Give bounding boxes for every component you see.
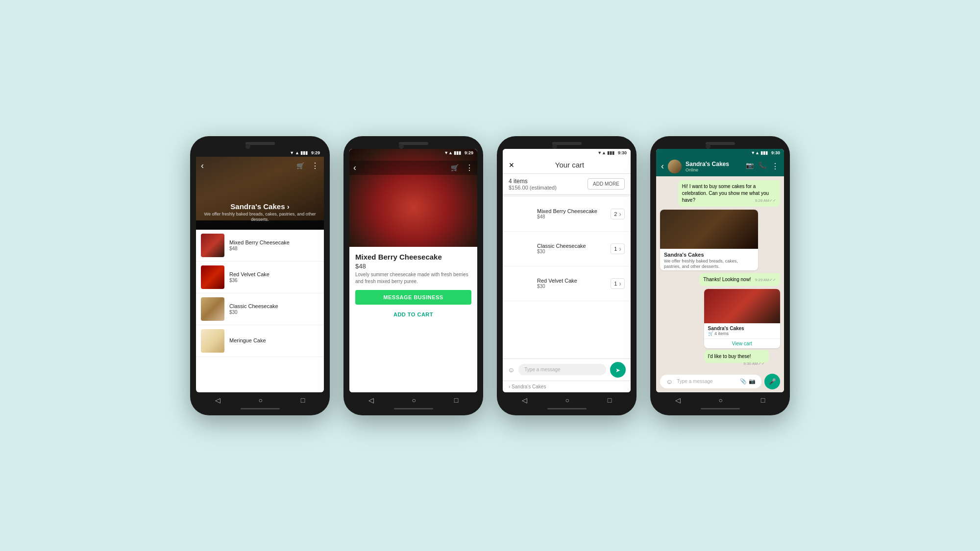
battery-icon-1: ▮▮▮ bbox=[300, 150, 308, 155]
cart-items-count: 4 items bbox=[509, 178, 557, 185]
attach-icon[interactable]: 📎 bbox=[740, 378, 747, 384]
nav-recent-4[interactable]: □ bbox=[761, 396, 765, 404]
phone-4-screen: ▼▲ ▮▮▮ 9:30 Sandra's Cakes Online bbox=[656, 149, 784, 392]
status-bar-2: ▼▲ ▮▮▮ 9:29 bbox=[349, 149, 477, 157]
emoji-icon-3[interactable] bbox=[508, 365, 514, 374]
more-icon-4[interactable] bbox=[771, 162, 779, 171]
cart-card-img bbox=[704, 289, 780, 323]
bottom-bar-3 bbox=[547, 408, 587, 409]
product-price-2: $48 bbox=[355, 263, 471, 270]
cart-item-qty-3[interactable]: 1 bbox=[611, 278, 625, 289]
add-to-cart-btn[interactable]: ADD TO CART bbox=[355, 309, 471, 320]
more-icon-2[interactable] bbox=[466, 163, 473, 172]
item-thumb-berry bbox=[201, 234, 224, 257]
cart-thumb-velvet bbox=[509, 271, 533, 296]
camera-icon[interactable]: 📷 bbox=[749, 378, 756, 384]
nav-home-1[interactable]: ○ bbox=[259, 396, 263, 404]
chat-input-bar: Type a message 📎 📷 🎤 bbox=[656, 371, 784, 392]
catalog-item-2[interactable]: Red Velvet Cake $36 bbox=[196, 262, 324, 293]
qty-chevron-2[interactable] bbox=[619, 245, 621, 253]
product-name-2: Mixed Berry Cheesecake bbox=[355, 253, 471, 261]
cart-item-qty-1[interactable]: 2 bbox=[611, 209, 625, 219]
video-call-icon[interactable]: 📷 bbox=[746, 162, 754, 171]
product-detail-2: Mixed Berry Cheesecake $48 Lovely summer… bbox=[349, 247, 477, 392]
phone-call-icon[interactable]: 📞 bbox=[759, 162, 766, 171]
cart-item-name-2: Classic Cheesecake bbox=[537, 243, 586, 249]
topbar-1 bbox=[201, 159, 319, 173]
nav-home-3[interactable]: ○ bbox=[565, 396, 569, 404]
cart-msg-bar: Type a message bbox=[503, 359, 631, 381]
mic-btn[interactable]: 🎤 bbox=[764, 374, 780, 389]
cart-card-body: Sandra's Cakes 🛒 4 items bbox=[704, 323, 780, 338]
time-4: 9:30 bbox=[771, 150, 780, 155]
catalog-card-name: Sandra's Cakes bbox=[664, 252, 754, 258]
cart-item-2: Classic Cheesecake $30 1 bbox=[503, 232, 631, 266]
cart-footer-label: › Sandra's Cakes bbox=[509, 384, 546, 389]
nav-home-2[interactable]: ○ bbox=[412, 396, 416, 404]
cart-card-msg: Sandra's Cakes 🛒 4 items View cart bbox=[704, 289, 780, 348]
msg-sent-2: Thanks! Looking now! 9:29 AM bbox=[699, 273, 780, 286]
nav-back-3[interactable]: ◁ bbox=[522, 396, 527, 404]
item-name-3: Classic Cheesecake bbox=[229, 303, 278, 309]
nav-back-1[interactable]: ◁ bbox=[215, 396, 220, 404]
time-3: 9:30 bbox=[618, 150, 627, 155]
message-input-3[interactable]: Type a message bbox=[518, 364, 606, 375]
item-thumb-classic bbox=[201, 297, 224, 321]
business-name-1: Sandra's Cakes › bbox=[201, 202, 319, 211]
view-cart-link[interactable]: View cart bbox=[704, 338, 780, 348]
qty-chevron-3[interactable] bbox=[619, 280, 621, 287]
cart-thumb-classic bbox=[509, 237, 533, 261]
nav-recent-1[interactable]: □ bbox=[301, 396, 305, 404]
msg-text-2: Thanks! Looking now! bbox=[703, 277, 751, 282]
business-tagline-1: We offer freshly baked breads, cakes, pa… bbox=[201, 212, 319, 223]
bottom-bar-1 bbox=[241, 408, 280, 409]
cart-icon-2[interactable] bbox=[451, 163, 459, 172]
phone-3-screen: ▼▲ ▮▮▮ 9:30 Your cart 4 items $156.00 (e… bbox=[503, 149, 631, 392]
cart-icon-1[interactable] bbox=[296, 161, 304, 170]
catalog-item-4[interactable]: Meringue Cake bbox=[196, 325, 324, 357]
qty-chevron-1[interactable] bbox=[619, 210, 621, 218]
catalog-card-msg: Sandra's Cakes We offer freshly baked br… bbox=[660, 210, 758, 271]
message-business-btn[interactable]: MESSAGE BUSINESS bbox=[355, 290, 471, 305]
item-name-4: Meringue Cake bbox=[229, 337, 266, 343]
add-more-btn[interactable]: ADD MORE bbox=[588, 178, 625, 190]
cart-price: $156.00 (estimated) bbox=[509, 185, 557, 191]
nav-back-2[interactable]: ◁ bbox=[368, 396, 374, 404]
nav-recent-3[interactable]: □ bbox=[608, 396, 612, 404]
back-icon-2[interactable] bbox=[353, 163, 356, 173]
contact-name: Sandra's Cakes bbox=[686, 161, 742, 168]
nav-home-4[interactable]: ○ bbox=[719, 396, 723, 404]
msg-sent-1: Hi! I want to buy some cakes for a celeb… bbox=[678, 180, 780, 207]
back-icon-1[interactable] bbox=[201, 161, 204, 171]
item-price-2: $36 bbox=[229, 278, 270, 283]
bottom-bar-2 bbox=[394, 408, 433, 409]
cart-item-qty-2[interactable]: 1 bbox=[611, 243, 625, 254]
chat-placeholder: Type a message bbox=[673, 379, 740, 384]
chat-name-area: Sandra's Cakes Online bbox=[686, 161, 742, 172]
phone-2-camera bbox=[399, 144, 404, 149]
emoji-icon-4[interactable] bbox=[666, 378, 673, 385]
send-btn-3[interactable] bbox=[610, 362, 626, 378]
nav-recent-2[interactable]: □ bbox=[454, 396, 458, 404]
back-icon-4[interactable] bbox=[661, 161, 664, 171]
chat-header: Sandra's Cakes Online 📷 📞 bbox=[656, 157, 784, 176]
time-2: 9:29 bbox=[465, 150, 473, 155]
phone-4: ▼▲ ▮▮▮ 9:30 Sandra's Cakes Online bbox=[650, 136, 790, 415]
chat-input-field[interactable]: Type a message 📎 📷 bbox=[660, 375, 761, 388]
nav-back-4[interactable]: ◁ bbox=[675, 396, 681, 404]
more-icon-1[interactable] bbox=[311, 161, 319, 170]
item-price-3: $30 bbox=[229, 310, 278, 315]
cart-title: Your cart bbox=[514, 161, 625, 169]
signal-icon-3: ▼▲ bbox=[597, 150, 606, 155]
catalog-item-3[interactable]: Classic Cheesecake $30 bbox=[196, 293, 324, 325]
phone-2-nav: ◁ ○ □ bbox=[349, 392, 477, 406]
close-cart-btn[interactable] bbox=[509, 161, 514, 169]
cart-msg-wrapper: Sandra's Cakes 🛒 4 items View cart I'd l… bbox=[704, 289, 780, 366]
cart-item-price-2: $30 bbox=[537, 249, 586, 254]
cart-msg-time: 9:30 AM bbox=[743, 361, 764, 366]
phone-1: ▼ ▲ ▮▮▮ 9:29 bbox=[190, 136, 330, 415]
catalog-item-1[interactable]: Mixed Berry Cheesecake $48 bbox=[196, 230, 324, 262]
phone-3-nav: ◁ ○ □ bbox=[503, 392, 631, 406]
battery-icon-2: ▮▮▮ bbox=[454, 150, 461, 155]
cart-item-name-1: Mixed Berry Cheesecake bbox=[537, 208, 597, 214]
